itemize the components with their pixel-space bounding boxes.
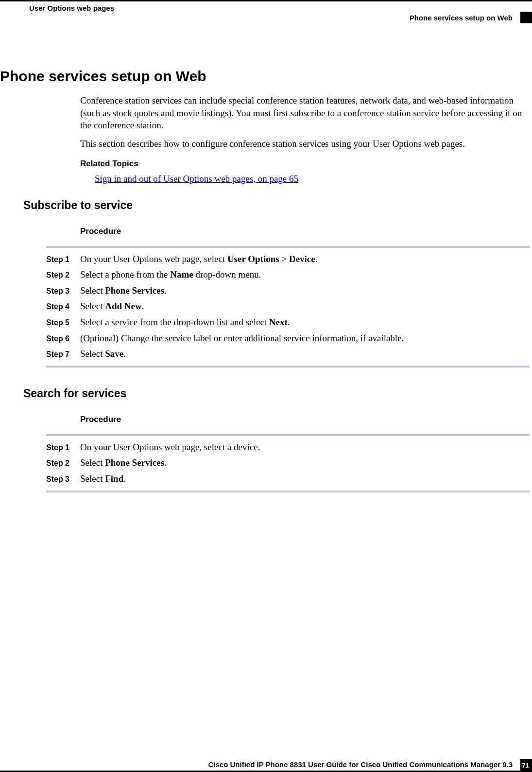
procedure-steps-search: Step 1On your User Options web page, sel… [0, 441, 532, 486]
running-header-right: Phone services setup on Web [410, 14, 513, 22]
step-text: Select Phone Services. [80, 284, 530, 298]
step-text: On your User Options web page, select Us… [80, 253, 530, 266]
procedure-steps-subscribe: Step 1On your User Options web page, sel… [0, 253, 532, 361]
step-text: Select Find. [80, 473, 530, 486]
procedure-step: Step 3Select Phone Services. [46, 284, 530, 298]
step-text: Select a service from the drop-down list… [80, 316, 530, 329]
footer-doc-title: Cisco Unified IP Phone 8831 User Guide f… [0, 760, 513, 769]
procedure-step: Step 5Select a service from the drop-dow… [46, 316, 530, 329]
header-rule [0, 0, 532, 1]
procedure-rule-top [46, 246, 530, 248]
step-text: Select Save. [80, 348, 530, 361]
step-label: Step 5 [46, 317, 80, 328]
page-number: 71 [522, 762, 529, 769]
section-title-search: Search for services [23, 387, 532, 400]
procedure-rule-bottom [46, 366, 530, 368]
related-topic-link[interactable]: Sign in and out of User Options web page… [95, 174, 532, 184]
procedure-rule-bottom [46, 491, 530, 492]
step-label: Step 6 [46, 333, 80, 344]
procedure-step: Step 7Select Save. [46, 348, 530, 361]
intro-paragraph-1: Conference station services can include … [80, 94, 530, 132]
step-label: Step 2 [46, 458, 80, 469]
procedure-heading: Procedure [80, 227, 532, 236]
step-label: Step 7 [46, 349, 80, 360]
step-label: Step 4 [46, 301, 80, 312]
running-header-left: User Options web pages [29, 4, 114, 12]
section-title-subscribe: Subscribe to service [23, 199, 532, 212]
page-footer: Cisco Unified IP Phone 8831 User Guide f… [0, 760, 532, 772]
procedure-heading: Procedure [80, 415, 532, 424]
step-text: Select a phone from the Name drop-down m… [80, 268, 530, 281]
step-label: Step 3 [46, 474, 80, 485]
procedure-step: Step 1On your User Options web page, sel… [46, 441, 530, 454]
related-topics-heading: Related Topics [80, 159, 532, 169]
step-label: Step 2 [46, 270, 80, 281]
step-text: (Optional) Change the service label or e… [80, 332, 530, 345]
step-text: On your User Options web page, select a … [80, 441, 530, 454]
procedure-step: Step 3Select Find. [46, 473, 530, 486]
step-label: Step 1 [46, 254, 80, 265]
procedure-step: Step 2Select a phone from the Name drop-… [46, 268, 530, 281]
header-tab-marker [520, 12, 532, 23]
page-title: Phone services setup on Web [0, 68, 532, 85]
procedure-step: Step 2Select Phone Services. [46, 456, 530, 470]
step-label: Step 1 [46, 442, 80, 453]
intro-paragraph-2: This section describes how to configure … [80, 138, 530, 150]
procedure-step: Step 4Select Add New. [46, 300, 530, 313]
procedure-step: Step 1On your User Options web page, sel… [46, 253, 530, 266]
step-text: Select Phone Services. [80, 456, 530, 470]
step-label: Step 3 [46, 286, 80, 297]
step-text: Select Add New. [80, 300, 530, 313]
procedure-rule-top [46, 434, 530, 436]
procedure-step: Step 6(Optional) Change the service labe… [46, 332, 530, 345]
page-content: Phone services setup on Web Conference s… [0, 68, 532, 512]
